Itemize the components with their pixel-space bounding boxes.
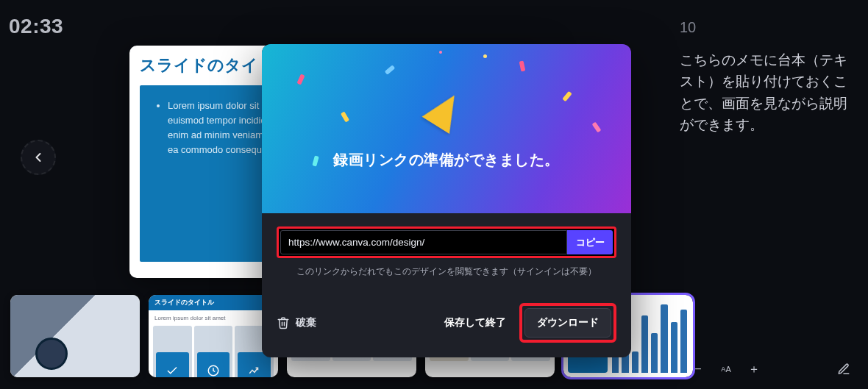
recording-link-dialog: 録画リンクの準備ができました。 コピー このリンクからだれでもこのデザインを閲覧…	[262, 44, 631, 357]
chevron-left-icon	[31, 150, 46, 165]
speaker-notes-text: こちらのメモに台本（テキスト）を貼り付けておくことで、画面を見ながら説明ができま…	[680, 49, 853, 136]
discard-button[interactable]: 破棄	[277, 316, 316, 329]
download-button[interactable]: ダウンロード	[524, 308, 611, 338]
prev-slide-button[interactable]	[21, 140, 56, 175]
font-increase-button[interactable]: ＋	[743, 358, 765, 380]
font-decrease-button[interactable]: −	[687, 358, 709, 380]
presenter-stage: 02:33 スライドのタイ Lorem ipsum dolor sit amet…	[0, 0, 868, 389]
dialog-headline: 録画リンクの準備ができました。	[333, 150, 560, 170]
font-small-indicator: AA	[715, 358, 737, 380]
pencil-icon	[837, 363, 850, 376]
speaker-notes-panel: 10 こちらのメモに台本（テキスト）を貼り付けておくことで、画面を見ながら説明が…	[680, 19, 853, 136]
trash-icon	[277, 316, 290, 329]
slide-number: 10	[680, 19, 853, 36]
dialog-hero: 録画リンクの準備ができました。	[262, 44, 631, 213]
thumb-title: スライドのタイトル	[149, 295, 278, 310]
share-url-input[interactable]	[280, 230, 567, 254]
share-url-row: コピー	[277, 226, 616, 258]
save-and-exit-button[interactable]: 保存して終了	[440, 309, 511, 337]
discard-label: 破棄	[296, 316, 316, 329]
font-size-controls: − AA ＋	[687, 358, 765, 380]
download-highlight: ダウンロード	[519, 303, 616, 343]
elapsed-timer: 02:33	[9, 15, 63, 38]
edit-notes-button[interactable]	[833, 358, 855, 380]
slide-thumbnail[interactable]: スライドのタイトル Lorem ipsum dolor sit amet	[149, 295, 278, 377]
notes-edit-controls	[833, 358, 855, 380]
party-popper-icon	[424, 88, 469, 132]
copy-link-button[interactable]: コピー	[567, 230, 613, 254]
slide-thumbnail[interactable]	[10, 295, 140, 377]
thumb-sub: Lorem ipsum dolor sit amet	[149, 310, 278, 326]
share-permission-note: このリンクからだれでもこのデザインを閲覧できます（サインインは不要）	[277, 265, 616, 278]
